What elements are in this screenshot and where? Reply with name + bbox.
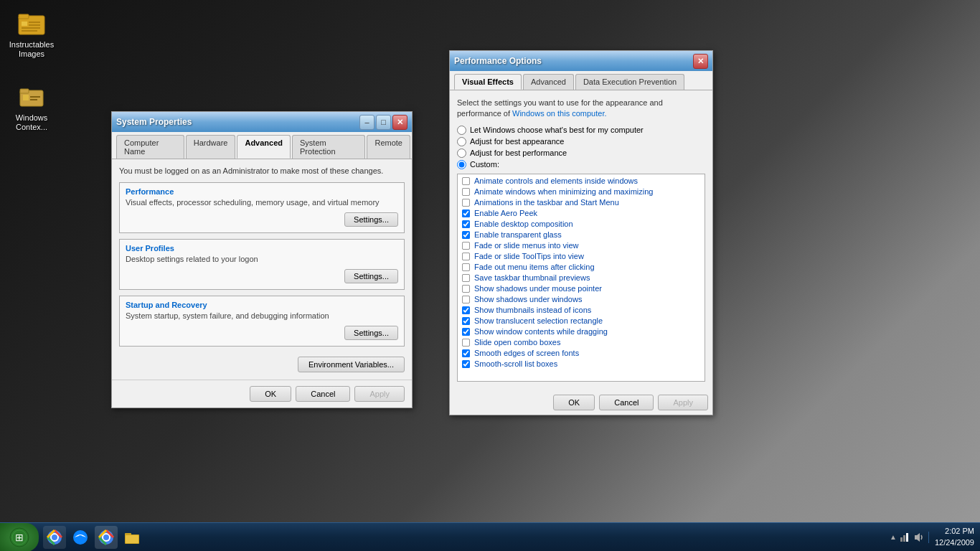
perf-options-titlebar[interactable]: Performance Options ✕ bbox=[450, 51, 712, 71]
checkbox-input-7[interactable] bbox=[462, 253, 470, 260]
checkbox-input-4[interactable] bbox=[462, 220, 470, 228]
checkbox-item-11[interactable]: Show shadows under windows bbox=[459, 294, 703, 305]
startup-recovery-settings-btn[interactable]: Settings... bbox=[344, 326, 398, 340]
checkbox-input-10[interactable] bbox=[462, 285, 470, 293]
checkbox-item-12[interactable]: Show thumbnails instead of icons bbox=[459, 305, 703, 316]
env-vars-btn[interactable]: Environment Variables... bbox=[298, 357, 405, 372]
checkbox-label-5: Enable transparent glass bbox=[474, 230, 562, 239]
radio-best-performance[interactable]: Adjust for best performance bbox=[457, 149, 705, 158]
checkbox-input-1[interactable] bbox=[462, 188, 470, 196]
tab-remote[interactable]: Remote bbox=[367, 135, 410, 159]
taskbar-system-icons: ▲ bbox=[885, 532, 929, 543]
checkbox-item-9[interactable]: Save taskbar thumbnail previews bbox=[459, 273, 703, 283]
checkbox-label-8: Fade out menu items after clicking bbox=[474, 263, 595, 271]
checkbox-item-7[interactable]: Fade or slide ToolTips into view bbox=[459, 251, 703, 262]
sys-props-titlebar[interactable]: System Properties – □ ✕ bbox=[112, 112, 412, 132]
checkbox-item-5[interactable]: Enable transparent glass bbox=[459, 230, 703, 240]
checkbox-item-17[interactable]: Smooth-scroll list boxes bbox=[459, 359, 703, 369]
svg-rect-3 bbox=[29, 22, 40, 23]
sys-props-close-btn[interactable]: ✕ bbox=[392, 115, 407, 130]
checkbox-label-2: Animations in the taskbar and Start Menu bbox=[474, 198, 619, 207]
tab-visual-effects[interactable]: Visual Effects bbox=[454, 74, 522, 90]
radio-let-windows-input[interactable] bbox=[457, 126, 466, 135]
sys-props-minimize-btn[interactable]: – bbox=[359, 115, 374, 130]
sys-props-maximize-btn[interactable]: □ bbox=[376, 115, 391, 130]
perf-apply-btn[interactable]: Apply bbox=[658, 395, 708, 410]
checkbox-item-0[interactable]: Animate controls and elements inside win… bbox=[459, 176, 703, 187]
svg-rect-1 bbox=[19, 14, 29, 19]
checkbox-item-2[interactable]: Animations in the taskbar and Start Menu bbox=[459, 197, 703, 208]
windows-context-icon-label: Windows Contex... bbox=[9, 113, 55, 132]
sys-props-ok-btn[interactable]: OK bbox=[250, 386, 291, 402]
performance-settings-btn[interactable]: Settings... bbox=[344, 212, 398, 227]
radio-custom-input[interactable] bbox=[457, 160, 466, 169]
perf-desc-link: Windows on this computer. bbox=[512, 109, 606, 118]
checkbox-item-13[interactable]: Show translucent selection rectangle bbox=[459, 316, 703, 326]
checkbox-item-10[interactable]: Show shadows under mouse pointer bbox=[459, 283, 703, 294]
start-button[interactable]: ⊞ bbox=[0, 523, 39, 552]
perf-cancel-btn[interactable]: Cancel bbox=[599, 395, 654, 410]
checkbox-input-9[interactable] bbox=[462, 274, 470, 282]
checkbox-input-6[interactable] bbox=[462, 242, 470, 250]
checkbox-input-15[interactable] bbox=[462, 339, 470, 347]
radio-custom[interactable]: Custom: bbox=[457, 160, 705, 169]
checkbox-item-15[interactable]: Slide open combo boxes bbox=[459, 337, 703, 348]
user-profiles-settings-btn[interactable]: Settings... bbox=[344, 269, 398, 283]
performance-desc: Visual effects, processor scheduling, me… bbox=[126, 198, 398, 207]
perf-options-title: Performance Options bbox=[454, 56, 693, 66]
sys-props-apply-btn[interactable]: Apply bbox=[354, 386, 405, 402]
sys-props-cancel-btn[interactable]: Cancel bbox=[296, 386, 350, 402]
checkbox-item-4[interactable]: Enable desktop composition bbox=[459, 219, 703, 230]
tab-computer-name[interactable]: Computer Name bbox=[116, 135, 184, 159]
tab-advanced-sys[interactable]: Advanced bbox=[237, 135, 291, 159]
checkbox-input-17[interactable] bbox=[462, 360, 470, 368]
sys-props-buttons: OK Cancel Apply bbox=[112, 380, 412, 408]
tab-hardware[interactable]: Hardware bbox=[186, 135, 236, 159]
checkbox-item-3[interactable]: Enable Aero Peek bbox=[459, 208, 703, 219]
checkbox-input-0[interactable] bbox=[462, 177, 470, 185]
checkbox-item-8[interactable]: Fade out menu items after clicking bbox=[459, 262, 703, 273]
checkbox-input-5[interactable] bbox=[462, 231, 470, 239]
checkbox-input-3[interactable] bbox=[462, 209, 470, 217]
checkbox-input-16[interactable] bbox=[462, 349, 470, 357]
taskbar-icon-thunderbird[interactable] bbox=[69, 526, 92, 549]
radio-best-appearance[interactable]: Adjust for best appearance bbox=[457, 137, 705, 146]
checkbox-input-14[interactable] bbox=[462, 328, 470, 336]
user-profiles-label: User Profiles bbox=[126, 244, 398, 253]
taskbar-icon-chrome2[interactable] bbox=[95, 526, 118, 549]
svg-point-17 bbox=[52, 534, 57, 540]
radio-let-windows[interactable]: Let Windows choose what's best for my co… bbox=[457, 126, 705, 135]
checkbox-input-13[interactable] bbox=[462, 317, 470, 325]
checkbox-item-14[interactable]: Show window contents while dragging bbox=[459, 326, 703, 337]
taskbar-icon-chrome[interactable] bbox=[43, 526, 66, 549]
radio-best-performance-input[interactable] bbox=[457, 149, 466, 158]
checkbox-item-6[interactable]: Fade or slide menus into view bbox=[459, 240, 703, 251]
svg-rect-2 bbox=[22, 22, 27, 26]
checkbox-input-2[interactable] bbox=[462, 199, 470, 207]
perf-options-buttons: OK Cancel Apply bbox=[450, 389, 712, 415]
svg-marker-29 bbox=[915, 533, 920, 542]
desktop-icon-instructables[interactable]: Instructables Images bbox=[6, 6, 57, 62]
taskbar-icon-folder[interactable] bbox=[121, 526, 143, 549]
checkbox-input-12[interactable] bbox=[462, 306, 470, 314]
checkbox-input-8[interactable] bbox=[462, 263, 470, 271]
perf-options-close-btn[interactable]: ✕ bbox=[693, 54, 708, 69]
perf-options-content: Select the settings you want to use for … bbox=[450, 90, 712, 389]
tab-system-protection[interactable]: System Protection bbox=[292, 135, 365, 159]
perf-ok-btn[interactable]: OK bbox=[553, 395, 595, 410]
checkbox-input-11[interactable] bbox=[462, 296, 470, 303]
checkbox-label-7: Fade or slide ToolTips into view bbox=[474, 252, 584, 260]
checkbox-item-1[interactable]: Animate windows when minimizing and maxi… bbox=[459, 187, 703, 197]
visual-effects-checkbox-list[interactable]: Animate controls and elements inside win… bbox=[457, 174, 705, 382]
radio-best-performance-label: Adjust for best performance bbox=[470, 149, 567, 157]
checkbox-label-1: Animate windows when minimizing and maxi… bbox=[474, 187, 653, 196]
checkbox-item-16[interactable]: Smooth edges of screen fonts bbox=[459, 348, 703, 359]
tab-dep[interactable]: Data Execution Prevention bbox=[575, 74, 684, 90]
svg-rect-4 bbox=[29, 24, 40, 26]
taskbar-up-arrow[interactable]: ▲ bbox=[890, 533, 897, 541]
checkbox-label-13: Show translucent selection rectangle bbox=[474, 316, 603, 325]
tab-advanced-perf[interactable]: Advanced bbox=[523, 74, 574, 90]
radio-custom-label: Custom: bbox=[470, 160, 499, 169]
desktop-icon-windows-context[interactable]: Windows Contex... bbox=[6, 79, 57, 135]
radio-best-appearance-input[interactable] bbox=[457, 137, 466, 146]
